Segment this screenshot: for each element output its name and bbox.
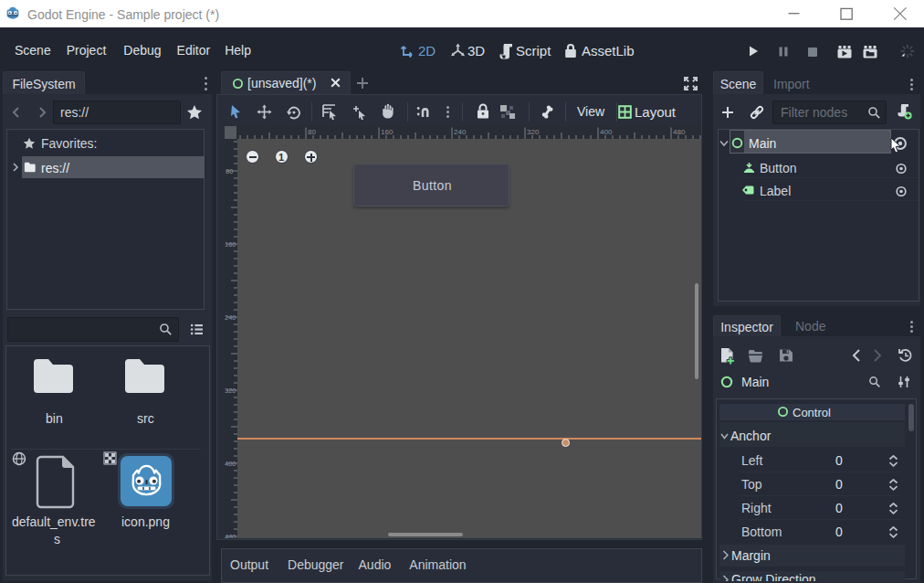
- svg-text:240: 240: [454, 128, 467, 136]
- svg-text:480: 480: [673, 128, 686, 136]
- svg-text:240: 240: [225, 313, 236, 322]
- svg-text:480: 480: [225, 533, 236, 538]
- svg-text:160: 160: [381, 128, 394, 136]
- svg-text:80: 80: [308, 128, 316, 136]
- svg-text:320: 320: [225, 387, 236, 395]
- svg-text:400: 400: [225, 460, 236, 468]
- svg-text:80: 80: [226, 167, 233, 175]
- svg-text:160: 160: [225, 240, 236, 249]
- svg-text:320: 320: [527, 128, 540, 136]
- svg-text:400: 400: [600, 128, 613, 136]
